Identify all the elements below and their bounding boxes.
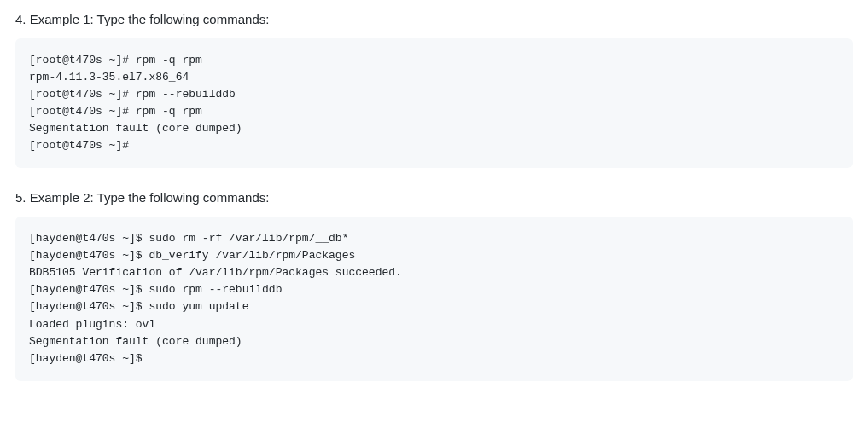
step-5: 5. Example 2: Type the following command… [15,188,853,208]
step-number: 4. [15,12,26,26]
code-block-2: [hayden@t470s ~]$ sudo rm -rf /var/lib/r… [15,217,853,381]
code-block-1: [root@t470s ~]# rpm -q rpm rpm-4.11.3-35… [15,38,853,169]
step-number: 5. [15,190,26,205]
step-text: Example 2: Type the following commands: [30,190,270,205]
step-text: Example 1: Type the following commands: [30,12,270,26]
step-4: 4. Example 1: Type the following command… [15,10,853,30]
